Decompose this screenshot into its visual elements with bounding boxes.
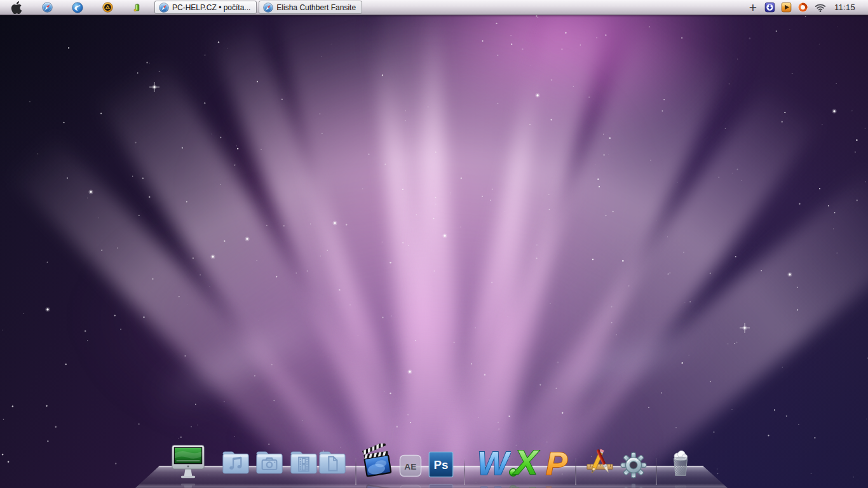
dock-item-music-folder[interactable]: [218, 445, 254, 480]
svg-text:P: P: [546, 445, 567, 480]
powerpoint-icon: P: [537, 444, 574, 480]
menubar-launcher-icons: [0, 1, 142, 14]
pictures-folder-icon: [252, 445, 287, 480]
menu-bar: PC-HELP.CZ • počíta... Elisha Cuthbert F…: [0, 0, 868, 15]
dock-item-design-tools[interactable]: [582, 445, 618, 480]
download-manager-icon[interactable]: [764, 2, 775, 13]
swirl-ring-icon[interactable]: [797, 2, 808, 13]
tab-pc-help-cz-po-ta[interactable]: PC-HELP.CZ • počíta...: [154, 1, 257, 14]
safari-icon: [159, 3, 169, 13]
music-folder-icon: [218, 445, 254, 480]
dock-item-system-preferences[interactable]: [618, 450, 649, 480]
dock-item-after-effects[interactable]: AE AE: [396, 451, 425, 480]
tab-elisha-cuthbert-fansite[interactable]: Elisha Cuthbert Fansite: [259, 1, 362, 14]
dock-item-powerpoint[interactable]: P P: [537, 444, 574, 480]
dock-item-photoshop[interactable]: Ps Ps: [425, 449, 457, 480]
window-tabs: PC-HELP.CZ • počíta... Elisha Cuthbert F…: [154, 1, 362, 14]
svg-text:Ps: Ps: [434, 458, 449, 471]
orange-orb-icon[interactable]: [102, 1, 113, 14]
design-tools-icon: [582, 445, 618, 480]
movie-clapper-icon: [359, 444, 396, 480]
dock-item-documents-folder[interactable]: [315, 445, 350, 480]
media-player-icon[interactable]: [781, 2, 792, 13]
dock-separator: [575, 458, 576, 485]
desktop: AE AE Ps Ps W W X X P P: [0, 0, 868, 488]
dock: AE AE Ps Ps W W X X P P: [0, 431, 868, 488]
svg-text:AE: AE: [404, 462, 417, 471]
system-preferences-icon: [618, 450, 649, 480]
svg-text:X: X: [513, 443, 539, 480]
documents-folder-icon: [315, 445, 350, 480]
tab-label: Elisha Cuthbert Fansite: [276, 3, 356, 12]
trash-icon: [662, 444, 699, 480]
thunderbird-icon[interactable]: [72, 1, 83, 14]
dock-item-imac-computer[interactable]: [168, 441, 208, 480]
imac-computer-icon: [168, 441, 208, 480]
starfield: [0, 0, 868, 488]
clock[interactable]: 11:15: [834, 3, 855, 12]
dock-item-trash[interactable]: [662, 444, 699, 480]
wifi-icon[interactable]: [814, 1, 827, 14]
dock-separator: [464, 458, 465, 485]
aurora-wallpaper: [0, 0, 868, 488]
dock-separator: [656, 458, 657, 485]
dock-item-movie-clapper[interactable]: [359, 444, 396, 480]
after-effects-icon: AE: [396, 451, 425, 480]
dock-separator: [355, 458, 356, 485]
system-tray: [764, 1, 827, 14]
safari-icon[interactable]: [42, 1, 53, 14]
tab-label: PC-HELP.CZ • počíta...: [172, 3, 250, 12]
dock-item-pictures-folder[interactable]: [252, 445, 287, 480]
photoshop-icon: Ps: [425, 449, 457, 480]
new-tab-button[interactable]: +: [747, 1, 759, 14]
battery-icon[interactable]: [132, 1, 142, 14]
apple-icon[interactable]: [10, 1, 23, 14]
safari-icon: [263, 3, 273, 13]
